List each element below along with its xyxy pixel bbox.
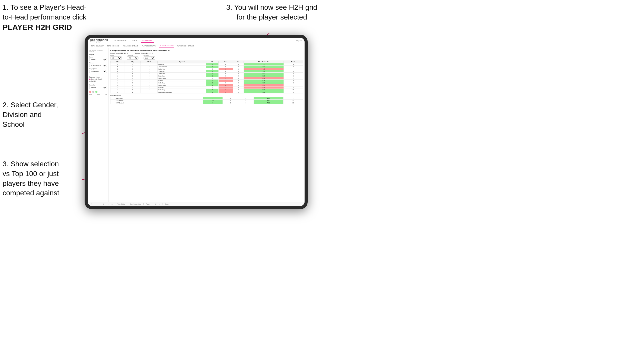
nav-teams[interactable]: TEAMS (130, 39, 138, 42)
sub-player-h2h-grid[interactable]: PLAYER H2H GRID (159, 44, 174, 47)
cell-diff: -3.00 (244, 77, 284, 80)
out-cell-name: NCAA Division 2 (110, 102, 203, 104)
opponent-view-title: Opponent view (89, 76, 107, 78)
col-diff: Diff Av Strokes/Rnd (244, 61, 284, 63)
cell-div: 18 (110, 86, 125, 89)
cell-conf: 6 (140, 89, 158, 91)
toolbar-watch[interactable]: Watch ▾ (145, 203, 151, 205)
toolbar-grid2[interactable]: ⊡ (155, 203, 157, 205)
cell-win: 0 (206, 86, 218, 89)
col-conf: # Conf (140, 61, 158, 63)
cell-loss: 0 (219, 63, 233, 66)
toolbar-save-custom[interactable]: Save Custom View (129, 203, 142, 205)
col-loss: Loss (219, 61, 233, 63)
cell-diff: -0.94 (244, 84, 284, 86)
cell-opponent: Esther Lee (158, 63, 206, 66)
sub-team-h2h-grid[interactable]: TEAM H2H GRID (106, 45, 120, 47)
cell-win: 2 (206, 80, 218, 82)
cell-rounds: 3 (284, 75, 303, 77)
main-data-table: # Div # Reg # Conf Opponent Win Loss Tie… (110, 61, 303, 93)
cell-win: 0 (206, 68, 218, 70)
toolbar-share[interactable]: Share (164, 203, 169, 205)
cell-div: 20 (110, 91, 125, 93)
bottom-toolbar: ↺ ← → ⊞ ∿ ⊙ View: Original Save Custom V… (88, 202, 305, 206)
nav-committee[interactable]: COMMITTEE (141, 39, 154, 43)
cell-reg: 11 (125, 91, 140, 93)
toolbar-grid-btn[interactable]: ⊞ (103, 203, 105, 205)
opp-filter-label: Opponent (144, 55, 155, 56)
division-record-value: 331 - 34 - 6 (146, 52, 153, 54)
col-rounds: Rounds (284, 61, 303, 63)
cell-div: 16 (110, 84, 125, 86)
nav-tournaments[interactable]: TOURNAMENTS (112, 39, 128, 42)
toolbar-forward[interactable]: → (98, 203, 101, 205)
out-table-row: Foreign Team 1 0 0 4.500 2 (110, 97, 303, 100)
nav-sign-in[interactable]: Sign out (296, 40, 302, 42)
colour-label-level: Level (97, 94, 100, 95)
cell-loss: 1 (219, 91, 233, 93)
colour-by-label: Colour by (89, 84, 107, 86)
cell-rounds: 11 (284, 89, 303, 91)
cell-reg: 1 (125, 84, 140, 86)
cell-tie: 0 (233, 89, 244, 91)
cell-opponent: Alexis Sudjianto (158, 66, 206, 68)
cell-tie: 0 (233, 77, 244, 80)
toolbar-wave[interactable]: ∿ (107, 203, 109, 205)
cell-conf: 1 (140, 77, 158, 80)
cell-conf: 1 (140, 63, 158, 66)
cell-rounds: 3 (284, 70, 303, 73)
gender-select[interactable]: Women's Men's (89, 58, 107, 61)
overall-label: Overall Record: (110, 52, 120, 54)
out-cell-rounds: 10 (283, 102, 303, 104)
inst-line2: to-Head performance click (3, 13, 86, 21)
cell-loss: 0 (219, 73, 233, 75)
player-rank-select[interactable]: 8. Katelyn Vo (89, 70, 107, 73)
cell-tie: 0 (233, 70, 244, 73)
toolbar-divider1 (115, 203, 115, 205)
sub-player-h2h-heatmap[interactable]: PLAYER H2H HEATMAP (176, 45, 195, 47)
filter-row: Region (All) Conference (All) Opponent (… (110, 55, 303, 60)
sub-player-summary[interactable]: PLAYER SUMMARY (141, 45, 157, 47)
toolbar-view-original[interactable]: View: Original (117, 203, 126, 205)
overall-record-value: 353 - 34 - 6 (120, 52, 128, 54)
logo-sub: Powered by clippd (90, 41, 108, 43)
cell-tie: 0 (233, 63, 244, 66)
sub-team-h2h-heatmap[interactable]: TEAM H2H HEATMAP (122, 45, 139, 47)
cell-diff: 3.67 (244, 70, 284, 73)
cell-opponent: Federica Domecq Lacroze (158, 91, 206, 93)
cell-opponent: Sharon Mun (158, 70, 206, 73)
cell-conf: 5 (140, 82, 158, 84)
toolbar-divider2 (128, 203, 128, 205)
toolbar-undo[interactable]: ↺ (90, 203, 92, 205)
toolbar-menu[interactable]: ≡ (159, 203, 161, 205)
cell-rounds: 9 (284, 80, 303, 82)
toolbar-circle[interactable]: ⊙ (111, 203, 113, 205)
region-select[interactable]: (All) (110, 56, 122, 60)
radio-top100[interactable]: Top 100 (89, 80, 107, 82)
cell-tie: 0 (233, 91, 244, 93)
colour-by-select[interactable]: Win/loss (89, 86, 107, 89)
cell-opponent: Euna Lee (158, 86, 206, 89)
cell-reg: 1 (125, 70, 140, 73)
dot-level (92, 91, 94, 93)
cell-diff: 4.00 (244, 73, 284, 75)
division-select[interactable]: NCAA Division III NCAA Division I NCAA D… (89, 64, 107, 67)
cell-conf: 4 (140, 80, 158, 82)
cell-loss: 0 (219, 82, 233, 84)
filter-region: Region (All) (110, 55, 122, 60)
conference-select[interactable]: (All) (127, 56, 138, 60)
cell-reg: 6 (125, 73, 140, 75)
out-cell-rounds: 2 (283, 97, 303, 100)
out-cell-loss: 0 (223, 100, 238, 102)
cell-reg: 2 (125, 66, 140, 68)
cell-reg: 2 (125, 75, 140, 77)
opponent-select[interactable]: (All) (144, 56, 155, 60)
sub-nav: TEAM SUMMARY TEAM H2H GRID TEAM H2H HEAT… (88, 44, 305, 48)
table-row: 5 2 2 Alexis Sudjianto 1 0 0 4.00 3 (110, 66, 303, 68)
cell-loss: 1 (219, 68, 233, 70)
radio-opponents-played[interactable]: Opponents Played (89, 78, 107, 80)
toolbar-back[interactable]: ← (94, 203, 97, 205)
cell-rounds: 2 (284, 77, 303, 80)
sub-team-summary[interactable]: TEAM SUMMARY (90, 45, 104, 47)
table-row: 10 6 3 Andrea York 2 0 0 4.00 4 (110, 73, 303, 75)
